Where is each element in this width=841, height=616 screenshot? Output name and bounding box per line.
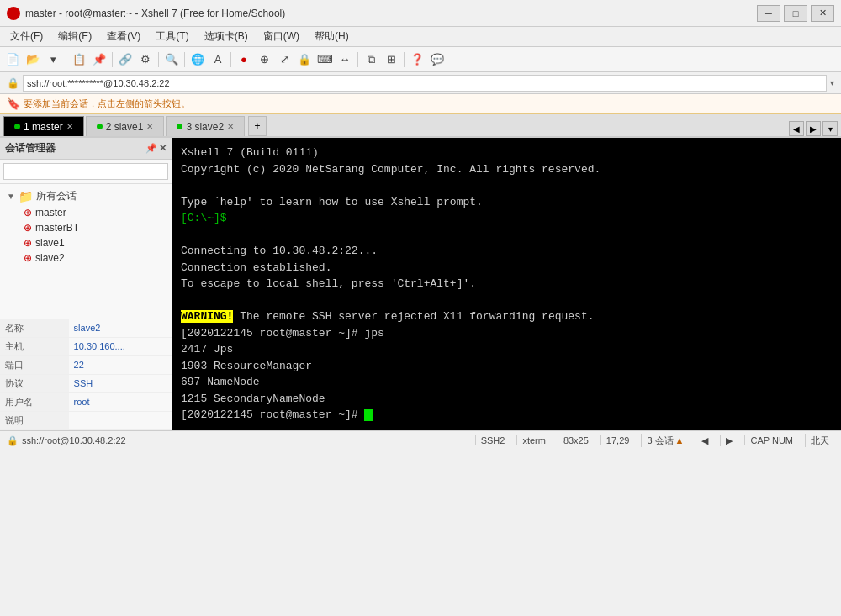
menu-view[interactable]: 查看(V) [100,28,147,45]
title-bar-left: master - root@master:~ - Xshell 7 (Free … [7,7,285,20]
terminal-line: 1903 ResourceManager [181,358,833,375]
sessions-up-icon: ▲ [675,435,685,445]
tab-next-button[interactable]: ▶ [806,121,821,136]
maximize-button[interactable]: □ [784,5,807,22]
property-row: 协议SSH [0,374,172,392]
status-position: 17,29 [600,435,635,445]
menu-window[interactable]: 窗口(W) [257,28,306,45]
tab-master[interactable]: 1 master ✕ [3,116,84,136]
status-nav-prev[interactable]: ◀ [696,435,713,446]
menu-tools[interactable]: 工具(T) [149,28,195,45]
tab-list-button[interactable]: ▾ [822,121,838,136]
properties-table: 名称slave2主机10.30.160....端口22协议SSH用户名root说… [0,319,172,430]
tab-slave1[interactable]: 2 slave1 ✕ [86,116,165,136]
menu-file[interactable]: 文件(F) [3,28,50,45]
close-button[interactable]: ✕ [811,5,834,22]
tab-slave2[interactable]: 3 slave2 ✕ [166,116,245,136]
sidebar-header-icons: 📌 ✕ [145,143,167,154]
sidebar-title: 会话管理器 [5,141,56,155]
tb-new-session[interactable]: 📄 [3,50,22,69]
tab-add-button[interactable]: + [248,116,267,136]
status-locale: 北天 [805,434,834,447]
separator-4 [184,52,185,67]
sessions-group: ▼ 📁 所有会话 ⊕ master ⊕ masterBT ⊕ slave1 [3,187,168,266]
terminal-content[interactable]: Xshell 7 (Build 0111)Copyright (c) 2020 … [172,138,841,430]
separator-3 [158,52,159,67]
session-label-masterBT: masterBT [35,222,79,234]
status-caps-num: CAP NUM [744,435,798,445]
app-icon [7,7,20,20]
session-slave1[interactable]: ⊕ slave1 [3,235,168,250]
tb-connect-sftp[interactable]: 🔗 [116,50,135,69]
tb-open-folder[interactable]: 📂 [24,50,42,69]
property-label: 用户名 [0,392,69,411]
tb-settings[interactable]: ⚙ [136,50,155,69]
session-icon-slave2: ⊕ [24,252,32,264]
menu-tabs[interactable]: 选项卡(B) [198,28,255,45]
tb-split2[interactable]: ⊞ [382,50,400,69]
terminal-area[interactable]: Xshell 7 (Build 0111)Copyright (c) 2020 … [172,138,841,430]
tb-copy[interactable]: 📋 [70,50,88,69]
tab-close-master[interactable]: ✕ [66,122,73,131]
status-terminal-type: xterm [516,435,551,445]
property-value: SSH [69,374,172,392]
sidebar-pin-icon[interactable]: 📌 [145,143,157,154]
terminal-warning-text: The remote SSH server rejected X11 forwa… [233,310,594,323]
tb-red-icon[interactable]: ● [235,50,253,69]
session-label-master: master [35,207,66,218]
session-masterBT[interactable]: ⊕ masterBT [3,220,168,235]
session-master[interactable]: ⊕ master [3,205,168,220]
sessions-group-header[interactable]: ▼ 📁 所有会话 [3,187,168,205]
status-left: 🔒 ssh://root@10.30.48.2:22 [7,435,126,446]
menu-edit[interactable]: 编辑(E) [51,28,98,45]
sidebar-close-icon[interactable]: ✕ [159,143,167,154]
separator-5 [230,52,231,67]
tb-keyboard[interactable]: ⌨ [315,50,334,69]
menu-bar: 文件(F) 编辑(E) 查看(V) 工具(T) 选项卡(B) 窗口(W) 帮助(… [0,27,841,47]
separator-7 [404,52,405,67]
terminal-line: Xshell 7 (Build 0111) [181,145,833,161]
tab-close-slave1[interactable]: ✕ [146,122,153,131]
address-dropdown-icon[interactable]: ▾ [830,78,834,87]
folder-icon: 📁 [19,190,33,203]
info-text: 要添加当前会话，点击左侧的箭头按钮。 [24,97,190,110]
session-slave2[interactable]: ⊕ slave2 [3,250,168,266]
tb-help[interactable]: ❓ [408,50,426,69]
tb-font[interactable]: A [209,50,227,69]
tab-label-master: 1 master [24,121,63,133]
terminal-warning-badge: WARNING! [181,310,233,323]
property-label: 端口 [0,355,69,374]
menu-help[interactable]: 帮助(H) [308,28,356,45]
tab-dot-slave1 [97,124,103,129]
tab-close-slave2[interactable]: ✕ [227,122,234,131]
tb-chat[interactable]: 💬 [428,50,447,69]
tb-globe[interactable]: 🌐 [188,50,207,69]
tb-dropdown[interactable]: ▾ [44,50,62,69]
tb-lock[interactable]: 🔒 [295,50,314,69]
address-input[interactable] [23,75,827,92]
status-connection-text: ssh://root@10.30.48.2:22 [22,435,126,445]
sidebar-search-input[interactable] [3,163,168,180]
status-nav-next[interactable]: ▶ [720,435,738,446]
terminal-line: Type `help' to learn how to use Xshell p… [181,194,833,211]
property-label: 说明 [0,411,69,429]
property-value: 10.30.160.... [69,337,172,355]
tb-paste[interactable]: 📌 [90,50,108,69]
tb-split[interactable]: ⧉ [362,50,380,69]
address-bar: 🔒 ▾ [0,72,841,94]
tb-icon2[interactable]: ⊕ [255,50,273,69]
status-right: SSH2 xterm 83x25 17,29 3 会话 ▲ ◀ ▶ CAP NU… [475,434,834,447]
property-row: 说明 [0,411,172,429]
tb-search[interactable]: 🔍 [162,50,181,69]
tb-expand[interactable]: ⤢ [275,50,294,69]
tab-prev-button[interactable]: ◀ [789,121,804,136]
tb-transfer[interactable]: ↔ [336,50,354,69]
minimize-button[interactable]: ─ [757,5,780,22]
bookmark-icon: 🔖 [7,97,20,110]
property-value: root [69,392,172,411]
status-connection-icon: 🔒 [7,435,19,446]
sessions-group-label: 所有会话 [36,189,77,203]
property-value: 22 [69,355,172,374]
status-protocol: SSH2 [475,435,510,445]
property-row: 用户名root [0,392,172,411]
